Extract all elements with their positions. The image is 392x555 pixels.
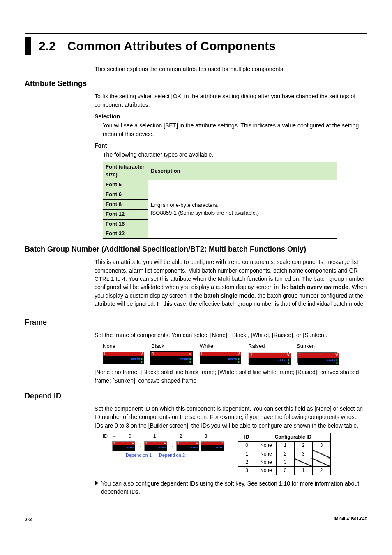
table-cell: 0: [238, 442, 256, 450]
table-cell: None: [256, 450, 277, 458]
selection-text: You will see a selection [SET] in the at…: [103, 121, 367, 138]
table-cell: 3: [276, 458, 294, 467]
font-row: Font 5: [103, 180, 148, 190]
arrow-icon: →: [112, 433, 117, 440]
table-cell: None: [256, 467, 277, 475]
table-cell: [294, 458, 312, 467]
frame-text: Set the frame of components. You can sel…: [95, 331, 367, 339]
arrow-icon: →: [169, 443, 174, 450]
frame-label: Raised: [248, 342, 289, 350]
depend-note-2: Depend on 2: [159, 452, 185, 459]
sample-icon: 1V *****: [113, 442, 135, 451]
triangle-icon: [95, 481, 99, 486]
frame-label: Black: [151, 342, 192, 350]
arrow-icon: →: [137, 443, 142, 450]
frame-heading: Frame: [25, 317, 367, 328]
attr-heading: Attribute Settings: [25, 78, 367, 89]
frame-sample-black: Black 1V *****▮▮: [151, 342, 192, 364]
tri-text: You can also configure dependent IDs usi…: [101, 479, 367, 496]
id-label: ID: [103, 433, 108, 440]
font-row: Font 16: [103, 219, 148, 229]
section-title: Common Attributes of Components: [67, 37, 276, 55]
depend-heading: Depend ID: [25, 391, 367, 401]
font-row: Font 12: [103, 209, 148, 219]
intro-text: This section explains the common attribu…: [95, 65, 367, 73]
frame-sample-raised: Raised 1V *****▮▮: [248, 342, 289, 364]
id-num: 2: [168, 433, 193, 440]
id-num: 1: [142, 433, 167, 440]
font-col2: Description: [148, 162, 337, 180]
depend-table: ID Configurable ID 0None1231None232None3…: [238, 433, 331, 475]
batch-bold1: batch overview mode: [290, 284, 348, 290]
frame-label: White: [200, 342, 241, 350]
table-cell: 3: [294, 450, 312, 458]
table-cell: 2: [276, 450, 294, 458]
font-heading: Font: [95, 141, 367, 150]
id-header: ID: [238, 433, 256, 441]
conf-header: Configurable ID: [256, 433, 331, 441]
font-table: Font (character size) Description Font 5…: [103, 162, 337, 239]
frame-desc: [None]: no frame; [Black]: solid line bl…: [95, 368, 367, 385]
table-cell: [312, 458, 330, 467]
depend-diagram: ID → 0 1 2 3 1V ***** → 1V ***** → 1V **…: [103, 433, 367, 475]
depend-text: Set the component ID on which this compo…: [95, 405, 367, 430]
batch-heading: Batch Group Number (Additional Specifica…: [25, 244, 367, 254]
table-cell: 1: [238, 450, 256, 458]
doc-number: IM 04L41B01-04E: [334, 516, 367, 523]
selection-heading: Selection: [95, 112, 367, 120]
sample-icon: 1V *****: [145, 442, 167, 451]
section-number: 2.2: [39, 37, 56, 55]
font-desc-line2: ISO8859-1 (Some symbols are not availabl…: [151, 209, 334, 217]
font-text: The following character types are availa…: [103, 150, 367, 159]
table-cell: 3: [238, 467, 256, 475]
id-num: 0: [119, 433, 141, 440]
frame-label: Sunken: [297, 342, 338, 350]
table-cell: 2: [238, 458, 256, 467]
depend-note-1: Depend on 1: [126, 452, 152, 459]
footer: 2-2 IM 04L41B01-04E: [25, 516, 367, 523]
table-cell: 2: [294, 442, 312, 450]
frame-sample-none: None 1V *****▮▮: [103, 342, 144, 364]
frame-label: None: [103, 342, 144, 350]
font-row: Font 8: [103, 199, 148, 209]
id-num: 3: [195, 433, 217, 440]
sample-icon: 1V *****: [201, 442, 224, 451]
frame-sample-sunken: Sunken 1V *****▮▮: [297, 342, 338, 364]
font-desc: English one-byte characters. ISO8859-1 (…: [148, 180, 337, 239]
frame-sample-white: White 1V *****▮▮: [200, 342, 241, 364]
page-number: 2-2: [25, 516, 32, 523]
table-cell: None: [256, 442, 277, 450]
attr-text: To fix the setting value, select [OK] in…: [95, 92, 367, 109]
table-cell: 2: [312, 467, 330, 475]
table-cell: 0: [276, 467, 294, 475]
frame-samples: None 1V *****▮▮ Black 1V *****▮▮ White 1…: [103, 342, 367, 364]
table-cell: None: [256, 458, 277, 467]
title-accent: [25, 37, 31, 55]
depend-left: ID → 0 1 2 3 1V ***** → 1V ***** → 1V **…: [103, 433, 226, 459]
font-desc-line1: English one-byte characters.: [151, 201, 334, 209]
page-title-bar: 2.2 Common Attributes of Components: [25, 33, 367, 55]
font-row: Font 6: [103, 190, 148, 200]
table-cell: 1: [276, 442, 294, 450]
table-cell: [312, 450, 330, 458]
sample-icon: 1V *****: [177, 442, 199, 451]
batch-bold2: batch single mode: [204, 292, 254, 299]
triangle-note: You can also configure dependent IDs usi…: [95, 479, 367, 496]
table-cell: 1: [294, 467, 312, 475]
font-col1: Font (character size): [103, 162, 148, 180]
font-row: Font 32: [103, 229, 148, 239]
table-cell: 3: [312, 442, 330, 450]
batch-text: This is an attribute you will be able to…: [95, 258, 367, 308]
